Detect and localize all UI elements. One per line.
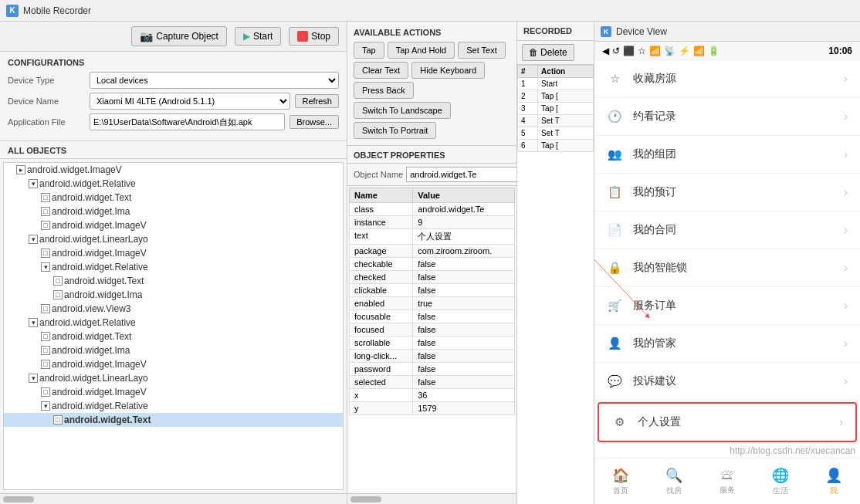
start-button[interactable]: ▶ Start bbox=[235, 27, 281, 46]
recorded-row: 6Tap [ bbox=[518, 140, 594, 152]
property-name: clickable bbox=[350, 284, 413, 297]
tree-item[interactable]: □android.widget.Ima bbox=[4, 288, 343, 302]
col-name: Name bbox=[350, 188, 413, 203]
device-name-select[interactable]: Xiaomi MI 4LTE (Android 5.1.1) bbox=[90, 93, 290, 110]
tree-item[interactable]: □android.widget.ImageV bbox=[4, 385, 343, 399]
action-button[interactable]: Tap And Hold bbox=[388, 42, 455, 59]
tree-item-icon: ▾ bbox=[29, 374, 38, 383]
tree-item[interactable]: ▾android.widget.Relative bbox=[4, 316, 343, 330]
tree-item-label: android.widget.Ima bbox=[52, 345, 130, 356]
capture-object-button[interactable]: 📷 Capture Object bbox=[131, 26, 227, 46]
configurations-section: CONFIGURATIONS Device Type Local devices… bbox=[0, 52, 347, 141]
menu-item-arrow: › bbox=[844, 223, 848, 237]
tree-item[interactable]: □android.widget.Text bbox=[4, 191, 343, 205]
object-tree[interactable]: ▸android.widget.ImageV▾android.widget.Re… bbox=[3, 162, 344, 490]
app-file-input[interactable] bbox=[90, 113, 285, 130]
menu-item-5[interactable]: 🔒我的智能锁› bbox=[594, 249, 860, 287]
tree-item[interactable]: □android.view.View3 bbox=[4, 302, 343, 316]
camera-icon: 📷 bbox=[140, 30, 153, 42]
tree-item-label: android.view.View3 bbox=[52, 303, 131, 314]
property-row: focusablefalse bbox=[350, 310, 515, 323]
property-row: packagecom.ziroom.ziroom. bbox=[350, 245, 515, 258]
menu-item-0[interactable]: ☆收藏房源› bbox=[594, 60, 860, 98]
action-button[interactable]: Tap bbox=[354, 42, 384, 59]
property-name: focusable bbox=[350, 310, 413, 323]
recorded-panel: RECORDED 🗑 Delete # Action 1Start2Tap [3… bbox=[517, 22, 594, 504]
nav-icon: 🏠 bbox=[612, 467, 629, 484]
tree-item[interactable]: □android.widget.Ima bbox=[4, 343, 343, 357]
browse-button[interactable]: Browse... bbox=[289, 115, 339, 129]
tree-item[interactable]: □android.widget.ImageV bbox=[4, 218, 343, 232]
phone-nav-bar: 🏠首页🔍找房🛎服务🌐生活👤我 bbox=[594, 458, 860, 504]
action-button[interactable]: Hide Keyboard bbox=[411, 62, 485, 79]
menu-item-1[interactable]: 🕐约看记录› bbox=[594, 98, 860, 136]
menu-item-8[interactable]: 💬投诉建议› bbox=[594, 363, 860, 401]
menu-item-9[interactable]: ⚙个人设置› bbox=[598, 402, 857, 442]
property-value: false bbox=[413, 284, 515, 297]
refresh-button[interactable]: Refresh bbox=[295, 94, 339, 108]
props-scrollbar[interactable] bbox=[347, 493, 516, 504]
menu-item-7[interactable]: 👤我的管家› bbox=[594, 325, 860, 363]
recorded-table: # Action 1Start2Tap [3Tap [4Set T5Set T6… bbox=[517, 65, 594, 504]
device-screen: ◀ ↺ ⬛ ☆ 📶 📡 ⚡ 📶 🔋 10:06 ☆收藏房源›🕐约看记录›👥我的组… bbox=[594, 42, 860, 504]
menu-item-3[interactable]: 📋我的预订› bbox=[594, 174, 860, 211]
menu-item-arrow: › bbox=[844, 374, 848, 388]
tree-item-label: android.widget.ImageV bbox=[52, 359, 147, 370]
action-button[interactable]: Set Text bbox=[458, 42, 506, 59]
object-name-input[interactable] bbox=[406, 167, 516, 182]
tree-item[interactable]: □android.widget.ImageV bbox=[4, 357, 343, 371]
recorded-num: 6 bbox=[518, 140, 538, 152]
nav-item-服务[interactable]: 🛎服务 bbox=[701, 462, 754, 500]
menu-item-label: 我的组团 bbox=[633, 147, 833, 161]
menu-item-icon: 👤 bbox=[607, 336, 622, 351]
action-button[interactable]: Switch To Landscape bbox=[354, 102, 451, 119]
app-file-label: Application File bbox=[8, 117, 85, 127]
tree-item[interactable]: ▾android.widget.LinearLayo bbox=[4, 232, 343, 246]
property-value: false bbox=[413, 376, 515, 389]
tree-item-icon: □ bbox=[41, 360, 50, 369]
nav-item-首页[interactable]: 🏠首页 bbox=[594, 462, 648, 501]
menu-item-label: 我的合同 bbox=[633, 223, 833, 237]
device-type-label: Device Type bbox=[8, 76, 85, 85]
stop-button[interactable]: Stop bbox=[289, 27, 339, 46]
menu-item-arrow: › bbox=[844, 299, 848, 313]
menu-item-6[interactable]: 🛒服务订单› bbox=[594, 287, 860, 325]
all-objects-title: ALL OBJECTS bbox=[0, 141, 347, 159]
tree-item[interactable]: ▸android.widget.ImageV bbox=[4, 163, 343, 177]
horizontal-scrollbar[interactable] bbox=[0, 493, 347, 504]
recorded-action: Set T bbox=[538, 127, 594, 140]
nav-item-生活[interactable]: 🌐生活 bbox=[753, 462, 807, 501]
menu-item-4[interactable]: 📄我的合同› bbox=[594, 211, 860, 249]
tree-item-icon: □ bbox=[41, 221, 50, 230]
tree-item[interactable]: ▾android.widget.Relative bbox=[4, 177, 343, 191]
action-button[interactable]: Press Back bbox=[354, 82, 414, 99]
capture-label: Capture Object bbox=[156, 31, 218, 42]
all-objects-section: ALL OBJECTS ▸android.widget.ImageV▾andro… bbox=[0, 141, 347, 504]
tree-item[interactable]: □android.widget.Ima bbox=[4, 205, 343, 218]
tree-item[interactable]: ▾android.widget.LinearLayo bbox=[4, 371, 343, 385]
tree-item-icon: ▾ bbox=[41, 262, 50, 272]
nav-item-我[interactable]: 👤我 bbox=[807, 462, 860, 501]
property-value: 36 bbox=[413, 389, 515, 402]
menu-item-arrow: › bbox=[844, 185, 848, 199]
tree-item[interactable]: ▾android.widget.Relative bbox=[4, 399, 343, 413]
nav-item-找房[interactable]: 🔍找房 bbox=[648, 462, 701, 501]
tree-item[interactable]: □android.widget.Text bbox=[4, 330, 343, 343]
tree-item-icon: □ bbox=[41, 387, 50, 397]
action-button[interactable]: Clear Text bbox=[354, 62, 408, 79]
property-name: y bbox=[350, 402, 413, 415]
menu-item-2[interactable]: 👥我的组团› bbox=[594, 136, 860, 174]
tree-item[interactable]: □android.widget.Text bbox=[4, 413, 343, 427]
tree-item[interactable]: □android.widget.ImageV bbox=[4, 246, 343, 260]
delete-button[interactable]: 🗑 Delete bbox=[522, 44, 574, 61]
action-button[interactable]: Switch To Portrait bbox=[354, 122, 436, 139]
nav-icon: 👤 bbox=[825, 467, 842, 484]
property-name: long-click... bbox=[350, 350, 413, 363]
tree-item[interactable]: □android.widget.Text bbox=[4, 274, 343, 288]
property-row: selectedfalse bbox=[350, 376, 515, 389]
tree-item[interactable]: ▾android.widget.Relative bbox=[4, 260, 343, 274]
tree-item-icon: □ bbox=[41, 249, 50, 258]
phone-content: ☆收藏房源›🕐约看记录›👥我的组团›📋我的预订›📄我的合同›🔒我的智能锁›🛒服务… bbox=[594, 60, 860, 444]
stop-label: Stop bbox=[311, 31, 330, 42]
device-type-select[interactable]: Local devices bbox=[90, 72, 339, 89]
